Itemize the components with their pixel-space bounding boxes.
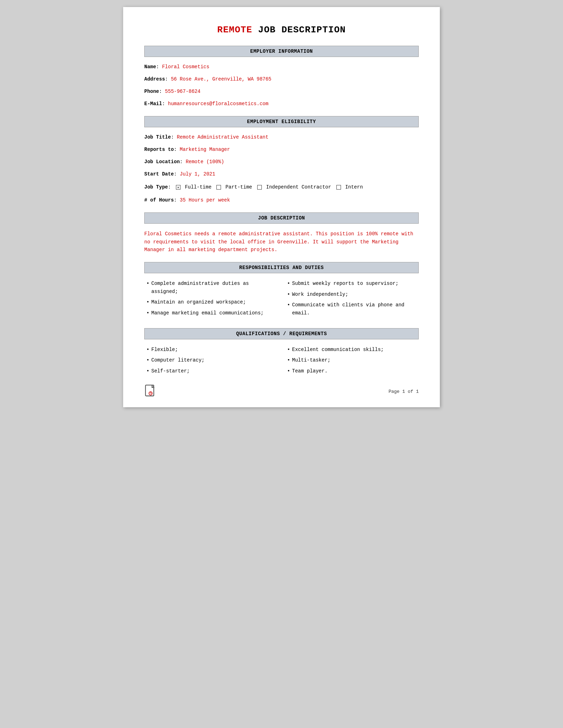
start-date-row: Start Date: July 1, 2021 (144, 171, 419, 178)
list-item: Maintain an organized workspace; (144, 298, 278, 306)
contractor-checkbox[interactable] (257, 185, 262, 190)
page-footer: Page 1 of 1 (144, 384, 419, 398)
fulltime-checkbox[interactable] (176, 185, 181, 190)
qualifications-header: QUALIFICATIONS / REQUIREMENTS (144, 328, 419, 339)
list-item: Excellent communication skills; (285, 346, 419, 353)
qualifications-right-list: Excellent communication skills; Multi-ta… (285, 346, 419, 375)
parttime-checkbox[interactable] (216, 185, 221, 190)
reports-to-value: Marketing Manager (180, 147, 230, 152)
qualifications-columns: Flexible; Computer literacy; Self-starte… (144, 346, 419, 378)
hours-row: # of Hours: 35 Hours per week (144, 197, 419, 204)
parttime-label: Part-time (222, 184, 255, 190)
start-date-value: July 1, 2021 (180, 171, 215, 177)
job-type-row: Job Type: Full-time Part-time Independen… (144, 183, 419, 192)
job-location-row: Job Location: Remote (100%) (144, 158, 419, 166)
contractor-label: Independent Contractor (263, 184, 334, 190)
list-item: Submit weekly reports to supervisor; (285, 280, 419, 287)
employer-address-row: Address: 56 Rose Ave., Greenville, WA 98… (144, 76, 419, 83)
job-desc-text: Floral Cosmetics needs a remote administ… (144, 230, 419, 254)
employer-phone-value: 555-967-8624 (165, 89, 201, 94)
qualifications-left-col: Flexible; Computer literacy; Self-starte… (144, 346, 278, 378)
responsibilities-left-col: Complete administrative duties as assign… (144, 280, 278, 320)
reports-to-row: Reports to: Marketing Manager (144, 146, 419, 153)
employer-phone-label: Phone (144, 89, 159, 94)
list-item: Communicate with clients via phone and e… (285, 301, 419, 317)
list-item: Team player. (285, 367, 419, 375)
eligibility-header: EMPLOYMENT ELIGIBILITY (144, 116, 419, 127)
responsibilities-left-list: Complete administrative duties as assign… (144, 280, 278, 317)
intern-checkbox[interactable] (336, 185, 341, 190)
job-title-label: Job Title (144, 134, 171, 140)
employer-address-label: Address (144, 76, 165, 82)
responsibilities-columns: Complete administrative duties as assign… (144, 280, 419, 320)
qualifications-section: QUALIFICATIONS / REQUIREMENTS Flexible; … (144, 328, 419, 378)
title-black: JOB DESCRIPTION (252, 25, 346, 35)
employer-name-row: Name: Floral Cosmetics (144, 63, 419, 71)
employer-email-row: E-Mail: humanresources@floralcosmetics.c… (144, 100, 419, 108)
employer-section: EMPLOYER INFORMATION Name: Floral Cosmet… (144, 46, 419, 108)
employer-email-label: E-Mail (144, 101, 162, 107)
employer-name-value: Floral Cosmetics (162, 64, 209, 70)
page-title: REMOTE JOB DESCRIPTION (144, 25, 419, 35)
start-date-label: Start Date (144, 171, 174, 177)
hours-value: 35 Hours per week (180, 197, 230, 203)
responsibilities-right-list: Submit weekly reports to supervisor; Wor… (285, 280, 419, 317)
job-title-row: Job Title: Remote Administrative Assista… (144, 134, 419, 141)
fulltime-label: Full-time (182, 184, 214, 190)
qualifications-left-list: Flexible; Computer literacy; Self-starte… (144, 346, 278, 375)
document-icon (144, 384, 157, 398)
job-location-label: Job Location (144, 159, 180, 165)
document-page: REMOTE JOB DESCRIPTION EMPLOYER INFORMAT… (123, 7, 440, 407)
qualifications-right-col: Excellent communication skills; Multi-ta… (285, 346, 419, 378)
intern-label: Intern (342, 184, 363, 190)
employer-email-value: humanresources@floralcosmetics.com (168, 101, 268, 107)
responsibilities-section: RESPONSIBILITIES AND DUTIES Complete adm… (144, 262, 419, 320)
list-item: Multi-tasker; (285, 356, 419, 364)
job-desc-section: JOB DESCRIPTION Floral Cosmetics needs a… (144, 212, 419, 254)
reports-to-label: Reports to (144, 147, 174, 152)
eligibility-section: EMPLOYMENT ELIGIBILITY Job Title: Remote… (144, 116, 419, 204)
list-item: Self-starter; (144, 367, 278, 375)
employer-name-label: Name (144, 64, 156, 70)
job-type-label: Job Type (144, 184, 168, 190)
title-red: REMOTE (217, 25, 252, 35)
list-item: Manage marketing email communications; (144, 309, 278, 317)
responsibilities-right-col: Submit weekly reports to supervisor; Wor… (285, 280, 419, 320)
employer-header: EMPLOYER INFORMATION (144, 46, 419, 57)
employer-phone-row: Phone: 555-967-8624 (144, 88, 419, 95)
list-item: Work independently; (285, 290, 419, 298)
responsibilities-header: RESPONSIBILITIES AND DUTIES (144, 262, 419, 273)
employer-address-value: 56 Rose Ave., Greenville, WA 98765 (171, 76, 272, 82)
page-number: Page 1 of 1 (388, 389, 419, 394)
list-item: Computer literacy; (144, 356, 278, 364)
hours-label: # of Hours (144, 197, 174, 203)
list-item: Complete administrative duties as assign… (144, 280, 278, 295)
job-title-value: Remote Administrative Assistant (177, 134, 268, 140)
job-desc-header: JOB DESCRIPTION (144, 212, 419, 224)
list-item: Flexible; (144, 346, 278, 353)
job-location-value: Remote (100%) (186, 159, 224, 165)
